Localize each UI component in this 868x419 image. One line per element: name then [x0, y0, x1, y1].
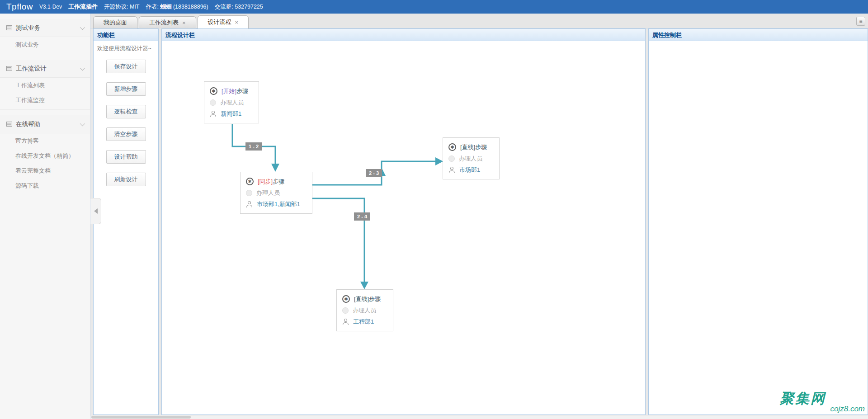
app-version: V3.1-Dev	[39, 4, 62, 10]
chevron-down-icon	[80, 65, 85, 70]
properties-panel-body: 聚集网 cojz8.com	[649, 41, 868, 414]
author-text: 作者: 蝈蝈 (1838188896)	[146, 3, 208, 11]
step-type-icon: ✱	[210, 87, 217, 95]
chevron-down-icon	[80, 24, 85, 29]
toolbox-panel-title: 功能栏	[94, 29, 158, 41]
step-type-icon: ✱	[246, 178, 254, 185]
horizontal-scrollbar[interactable]	[90, 415, 868, 419]
node-assignee-label: 市场部1	[459, 166, 480, 174]
person-icon	[342, 318, 349, 325]
sidebar-section-online-help: 在线帮助 官方博客 在线开发文档（精简） 看云完整文档 源码下载	[0, 115, 90, 195]
folder-icon	[6, 25, 12, 30]
tab-label: 工作流列表	[149, 19, 179, 27]
designer-panel-body: ✱ [开始]步骤 办理人员 新闻部1	[162, 41, 645, 414]
tab-design-flow[interactable]: 设计流程 ×	[198, 15, 249, 28]
save-design-button[interactable]: 保存设计	[106, 60, 146, 73]
logic-check-button[interactable]: 逻辑检查	[106, 105, 146, 118]
designer-panel: 流程设计栏	[161, 28, 646, 415]
clear-steps-button[interactable]: 清空步骤	[106, 127, 146, 141]
node-title-row: ✱ [直线]步骤	[448, 141, 494, 153]
node-assignee-label: 新闻部1	[221, 110, 241, 118]
properties-panel-title: 属性控制栏	[649, 29, 868, 41]
sidebar-item-official-blog[interactable]: 官方博客	[0, 133, 90, 148]
tab-my-desktop[interactable]: 我的桌面	[93, 16, 137, 28]
sidebar-header-test-business[interactable]: 测试业务	[0, 19, 90, 37]
watermark-site-name: 聚集网	[780, 389, 826, 408]
node-role-row: 办理人员	[342, 305, 387, 316]
folder-icon	[6, 66, 12, 71]
watermark-domain: cojz8.com	[830, 405, 865, 414]
panel-row: 功能栏 欢迎使用流程设计器~ 保存设计 新增步骤 逻辑检查 清空步骤 设计帮助 …	[90, 28, 868, 415]
flow-canvas[interactable]: ✱ [开始]步骤 办理人员 新闻部1	[162, 41, 645, 414]
flow-node-sync[interactable]: ✱ [同步]步骤 办理人员 市场部1,新闻部1	[240, 172, 312, 214]
designer-panel-title: 流程设计栏	[162, 29, 645, 41]
node-title: [开始]步骤	[222, 87, 248, 95]
sidebar-item-test-business[interactable]: 测试业务	[0, 37, 90, 52]
node-role-row: 办理人员	[246, 187, 307, 198]
sidebar-section-test: 测试业务 测试业务	[0, 19, 90, 54]
refresh-design-button[interactable]: 刷新设计	[106, 173, 146, 186]
role-dot-icon	[342, 307, 349, 314]
qq-group-text: 交流群: 532797225	[215, 3, 263, 11]
sidebar-header-label: 工作流设计	[16, 65, 47, 73]
node-type-label: [开始]	[222, 88, 236, 94]
close-icon[interactable]: ×	[182, 20, 186, 26]
flow-node-line-right[interactable]: ✱ [直线]步骤 办理人员 市场部1	[443, 137, 500, 179]
sidebar-item-workflow-list[interactable]: 工作流列表	[0, 78, 90, 93]
tab-label: 设计流程	[208, 18, 231, 26]
connection-label-2-4[interactable]: 2 - 4	[354, 212, 370, 221]
node-role-label: 办理人员	[256, 189, 280, 197]
node-role-label: 办理人员	[459, 155, 482, 163]
sidebar-header-online-help[interactable]: 在线帮助	[0, 115, 90, 133]
app-logo: Tpflow	[6, 2, 33, 12]
node-assignee-row: 市场部1,新闻部1	[246, 198, 307, 210]
license-text: 开源协议: MIT	[104, 3, 139, 11]
add-step-button[interactable]: 新增步骤	[106, 82, 146, 96]
sidebar-header-label: 测试业务	[16, 24, 40, 32]
sidebar-header-label: 在线帮助	[16, 120, 40, 128]
node-title-suffix: 步骤	[475, 144, 487, 151]
connection-label-1-2[interactable]: 1 - 2	[245, 142, 262, 151]
author-name: 蝈蝈	[160, 4, 171, 10]
node-type-label: [直线]	[354, 296, 369, 302]
sidebar-item-online-docs[interactable]: 在线开发文档（精简）	[0, 148, 90, 163]
node-type-label: [直线]	[460, 144, 475, 151]
main-row: 测试业务 测试业务 工作流设计 工作流列表 工作流监控 在线帮助 官方博客 在线…	[0, 14, 868, 419]
node-assignee-label: 工程部1	[353, 318, 374, 326]
node-title: [直线]步骤	[460, 143, 487, 151]
sidebar-item-kanyun-docs[interactable]: 看云完整文档	[0, 163, 90, 178]
close-icon[interactable]: ×	[235, 19, 239, 25]
node-assignee-row: 市场部1	[448, 164, 494, 175]
sidebar-collapse-handle[interactable]	[90, 198, 101, 224]
properties-panel: 属性控制栏 聚集网 cojz8.com	[648, 28, 868, 415]
sidebar-item-source-download[interactable]: 源码下载	[0, 178, 90, 193]
node-title-row: ✱ [同步]步骤	[246, 176, 307, 187]
role-dot-icon	[246, 190, 252, 196]
node-title-row: ✱ [开始]步骤	[210, 85, 253, 97]
content-area: 我的桌面 工作流列表 × 设计流程 × ≡ 功能栏 欢迎使用流程设计器~ 保存设…	[90, 14, 868, 419]
folder-icon	[6, 122, 12, 127]
tab-bar: 我的桌面 工作流列表 × 设计流程 × ≡	[90, 14, 868, 28]
node-title-suffix: 步骤	[236, 88, 248, 94]
flow-node-start[interactable]: ✱ [开始]步骤 办理人员 新闻部1	[204, 81, 259, 123]
welcome-text: 欢迎使用流程设计器~	[94, 41, 158, 52]
design-help-button[interactable]: 设计帮助	[106, 150, 146, 164]
toolbox-panel-body: 欢迎使用流程设计器~ 保存设计 新增步骤 逻辑检查 清空步骤 设计帮助 刷新设计	[94, 41, 158, 414]
node-assignee-label: 市场部1,新闻部1	[257, 200, 300, 208]
role-dot-icon	[210, 99, 216, 106]
tab-workflow-list[interactable]: 工作流列表 ×	[139, 16, 196, 28]
tab-label: 我的桌面	[104, 19, 127, 27]
node-title-row: ✱ [直线]步骤	[342, 293, 387, 305]
connection-label-2-3[interactable]: 2 - 3	[366, 169, 382, 177]
app-plugin-name: 工作流插件	[68, 3, 98, 11]
scrollbar-thumb[interactable]	[91, 416, 191, 419]
tab-list-button[interactable]: ≡	[856, 17, 865, 26]
node-role-row: 办理人员	[448, 153, 494, 164]
author-qq: (1838188896)	[171, 4, 208, 10]
sidebar-header-workflow-design[interactable]: 工作流设计	[0, 60, 90, 78]
collapse-left-icon	[94, 208, 98, 214]
node-role-label: 办理人员	[353, 306, 376, 315]
flow-node-line-bottom[interactable]: ✱ [直线]步骤 办理人员 工程部1	[336, 289, 393, 331]
sidebar-item-workflow-monitor[interactable]: 工作流监控	[0, 93, 90, 108]
tab-list-icon: ≡	[859, 18, 862, 24]
